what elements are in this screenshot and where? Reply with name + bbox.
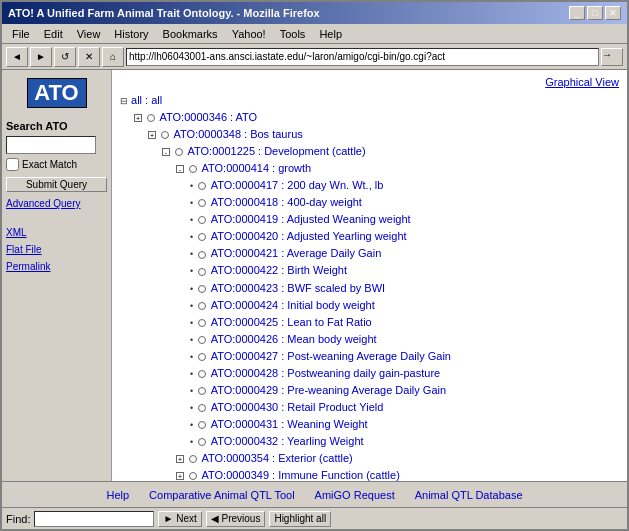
comparative-qtl-link[interactable]: Comparative Animal QTL Tool [149, 489, 295, 501]
ontology-tree: ⊟ all : all + ATO:0000346 : ATO + ATO:00… [120, 92, 619, 481]
node-ato0000414-expand[interactable]: - [176, 162, 186, 174]
content-area[interactable]: Graphical View ⊟ all : all + ATO:0000346… [112, 70, 627, 481]
node-link[interactable]: ATO:0000426 : Mean body weight [211, 333, 377, 345]
leaf-icon [198, 182, 206, 190]
leaf-icon [198, 370, 206, 378]
help-link[interactable]: Help [106, 489, 129, 501]
bullet-icon: • [190, 437, 193, 447]
node-ato0000354-link[interactable]: ATO:0000354 : Exterior (cattle) [202, 452, 353, 464]
list-item: • ATO:0000419 : Adjusted Weaning weight [190, 211, 619, 228]
list-item: • ATO:0000423 : BWF scaled by BWI [190, 280, 619, 297]
search-title: Search ATO [6, 120, 107, 132]
submit-query-button[interactable]: Submit Query [6, 177, 107, 192]
status-bar: Find: ► Next ◀ Previous Highlight all [2, 507, 627, 529]
window-controls: _ □ ✕ [569, 6, 621, 20]
tree-root-label[interactable]: all : all [131, 94, 162, 106]
xml-link[interactable]: XML [6, 227, 107, 238]
node-ato0001225-expand[interactable]: - [162, 145, 172, 157]
forward-button[interactable]: ► [30, 47, 52, 67]
bullet-icon: • [190, 284, 193, 294]
node-link[interactable]: ATO:0000427 : Post-weaning Average Daily… [211, 350, 451, 362]
bullet-icon: • [190, 386, 193, 396]
exact-match-row: Exact Match [6, 158, 107, 171]
tree-node-ato0000414: - ATO:0000414 : growth [176, 160, 619, 177]
node-link[interactable]: ATO:0000431 : Weaning Weight [211, 418, 368, 430]
node-ato0001225-link[interactable]: ATO:0001225 : Development (cattle) [188, 145, 366, 157]
find-input[interactable] [34, 511, 154, 527]
find-prev-button[interactable]: ◀ Previous [206, 511, 266, 527]
node-ato0000348-expand[interactable]: + [148, 128, 158, 140]
node-link[interactable]: ATO:0000430 : Retail Product Yield [211, 401, 384, 413]
title-bar: ATO! A Unified Farm Animal Trait Ontolog… [2, 2, 627, 24]
maximize-button[interactable]: □ [587, 6, 603, 20]
find-next-button[interactable]: ► Next [158, 511, 201, 527]
menu-yahoo[interactable]: Yahoo! [226, 27, 272, 41]
list-item: • ATO:0000420 : Adjusted Yearling weight [190, 228, 619, 245]
node-ato0000414-link[interactable]: ATO:0000414 : growth [202, 162, 312, 174]
bullet-icon: • [190, 403, 193, 413]
leaf-icon [198, 404, 206, 412]
advanced-query-link[interactable]: Advanced Query [6, 198, 107, 209]
amigo-request-link[interactable]: AmiGO Request [315, 489, 395, 501]
back-button[interactable]: ◄ [6, 47, 28, 67]
tree-root: ⊟ all : all [120, 92, 619, 109]
animal-qtl-link[interactable]: Animal QTL Database [415, 489, 523, 501]
list-item: • ATO:0000424 : Initial body weight [190, 297, 619, 314]
node-link[interactable]: ATO:0000428 : Postweaning daily gain-pas… [211, 367, 441, 379]
node-link[interactable]: ATO:0000425 : Lean to Fat Ratio [211, 316, 372, 328]
root-expand-icon[interactable]: ⊟ [120, 96, 128, 106]
node-ato0000346-link[interactable]: ATO:0000346 : ATO [160, 111, 258, 123]
highlight-all-button[interactable]: Highlight all [269, 511, 331, 527]
bullet-icon: • [190, 318, 193, 328]
toolbar: ◄ ► ↺ ✕ ⌂ → [2, 44, 627, 70]
list-item: • ATO:0000418 : 400-day weight [190, 194, 619, 211]
menu-history[interactable]: History [108, 27, 154, 41]
tree-node-ato0000354: + ATO:0000354 : Exterior (cattle) [176, 450, 619, 467]
node-link[interactable]: ATO:0000432 : Yearling Weight [211, 435, 364, 447]
go-button[interactable]: → [601, 48, 623, 66]
bullet-icon: • [190, 335, 193, 345]
leaf-icon [198, 387, 206, 395]
find-label: Find: [6, 513, 30, 525]
node-ato0000349-expand[interactable]: + [176, 469, 186, 481]
node-link[interactable]: ATO:0000423 : BWF scaled by BWI [211, 282, 385, 294]
leaf-icon [198, 353, 206, 361]
node-link[interactable]: ATO:0000424 : Initial body weight [211, 299, 375, 311]
node-ato0001225-icon [175, 148, 183, 156]
node-link[interactable]: ATO:0000421 : Average Daily Gain [211, 247, 382, 259]
menu-view[interactable]: View [71, 27, 107, 41]
node-link[interactable]: ATO:0000419 : Adjusted Weaning weight [211, 213, 411, 225]
node-link[interactable]: ATO:0000417 : 200 day Wn. Wt., lb [211, 179, 384, 191]
search-input[interactable] [6, 136, 96, 154]
node-ato0000354-expand[interactable]: + [176, 452, 186, 464]
node-ato0000349-link[interactable]: ATO:0000349 : Immune Function (cattle) [202, 469, 400, 481]
bullet-icon: • [190, 369, 193, 379]
node-link[interactable]: ATO:0000418 : 400-day weight [211, 196, 362, 208]
graphical-view-link[interactable]: Graphical View [120, 76, 619, 88]
leaf-icon [198, 336, 206, 344]
node-ato0000346-expand[interactable]: + [134, 111, 144, 123]
menu-bar: File Edit View History Bookmarks Yahoo! … [2, 24, 627, 44]
menu-tools[interactable]: Tools [274, 27, 312, 41]
reload-button[interactable]: ↺ [54, 47, 76, 67]
node-link[interactable]: ATO:0000420 : Adjusted Yearling weight [211, 230, 407, 242]
exact-match-checkbox[interactable] [6, 158, 19, 171]
list-item: • ATO:0000427 : Post-weaning Average Dai… [190, 348, 619, 365]
menu-edit[interactable]: Edit [38, 27, 69, 41]
menu-file[interactable]: File [6, 27, 36, 41]
node-link[interactable]: ATO:0000422 : Birth Weight [211, 264, 347, 276]
bullet-icon: • [190, 266, 193, 276]
menu-bookmarks[interactable]: Bookmarks [157, 27, 224, 41]
close-button[interactable]: ✕ [605, 6, 621, 20]
bullet-icon: • [190, 352, 193, 362]
node-link[interactable]: ATO:0000429 : Pre-weaning Average Daily … [211, 384, 446, 396]
flat-file-link[interactable]: Flat File [6, 244, 107, 255]
minimize-button[interactable]: _ [569, 6, 585, 20]
permalink-link[interactable]: Permalink [6, 261, 107, 272]
node-ato0000348-link[interactable]: ATO:0000348 : Bos taurus [174, 128, 303, 140]
address-input[interactable] [126, 48, 599, 66]
menu-help[interactable]: Help [313, 27, 348, 41]
leaf-icon [198, 421, 206, 429]
home-button[interactable]: ⌂ [102, 47, 124, 67]
stop-button[interactable]: ✕ [78, 47, 100, 67]
